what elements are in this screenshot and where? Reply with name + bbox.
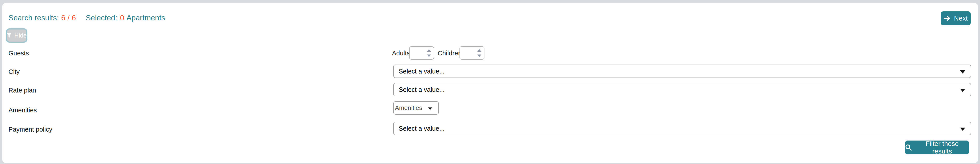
adults-stepper [409,46,434,59]
filter-results-button[interactable]: Filter these results [905,140,969,154]
hide-filters-button[interactable]: Hide [7,29,26,42]
rate-plan-select[interactable]: Select a value... [393,83,971,96]
children-input[interactable] [462,48,476,58]
children-stepper [460,46,484,59]
spin-up-icon[interactable] [427,49,431,51]
spin-down-icon[interactable] [477,55,481,57]
selected-label: Selected: [86,13,118,22]
next-button[interactable]: Next [941,11,970,25]
results-summary: Search results: 6 / 6 Selected: 0 Apartm… [8,13,165,22]
city-select[interactable]: Select a value... [393,64,971,78]
payment-policy-select[interactable]: Select a value... [393,122,971,135]
adults-input[interactable] [411,48,426,58]
search-results-label: Search results: [8,13,59,22]
amenities-button-label: Amenities [395,105,422,111]
children-label: Children [438,50,462,56]
payment-policy-select-placeholder: Select a value... [399,125,445,132]
chevron-down-icon [960,128,965,131]
adults-spin-buttons[interactable] [427,47,431,59]
selected-unit-label: Apartments [127,13,165,22]
selected-count: 0 [120,13,124,22]
amenities-row-label: Amenities [8,107,37,114]
search-results-count: 6 / 6 [61,13,76,22]
children-spin-buttons[interactable] [477,47,481,59]
adults-label: Adults [392,50,410,56]
amenities-dropdown-button[interactable]: Amenities [393,101,439,115]
arrow-right-icon [944,15,950,21]
chevron-down-icon [960,89,965,92]
filter-button-label: Filter these results [915,140,969,155]
chevron-down-icon [960,71,965,74]
spin-down-icon[interactable] [427,55,431,57]
guests-row-label: Guests [8,50,29,56]
city-row-label: City [8,68,20,75]
hide-button-label: Hide [14,32,27,39]
search-filters-panel: Search results: 6 / 6 Selected: 0 Apartm… [2,3,978,163]
funnel-icon [7,33,11,38]
search-icon [905,144,912,151]
next-button-label: Next [954,14,968,22]
city-select-placeholder: Select a value... [399,68,445,75]
chevron-down-icon [428,108,432,110]
rate-plan-select-placeholder: Select a value... [399,86,445,93]
payment-policy-row-label: Payment policy [8,126,52,133]
rate-plan-row-label: Rate plan [8,87,36,93]
spin-up-icon[interactable] [477,49,481,51]
